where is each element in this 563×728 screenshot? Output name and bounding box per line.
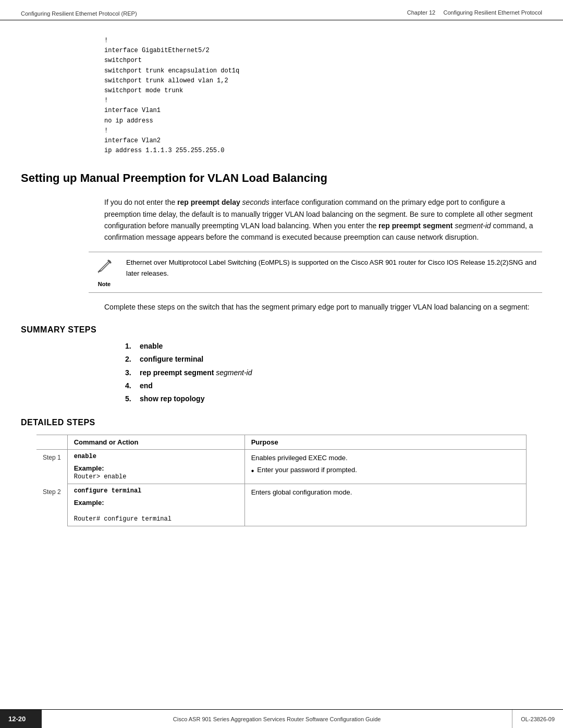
step-italic: segment-id: [216, 368, 252, 377]
detailed-steps-heading: Detailed Steps: [21, 418, 542, 427]
header-chapter: Chapter 12: [407, 9, 435, 16]
command-cell: enable Example: Router> enable: [67, 450, 244, 484]
example-code: Router> enable: [74, 473, 127, 480]
table-header-purpose: Purpose: [244, 435, 526, 450]
bullet-text: Enter your password if prompted.: [257, 466, 357, 474]
example-label: Example:: [74, 464, 238, 472]
step-num: 1.: [125, 340, 136, 353]
note-box: Note Ethernet over Multiprotocol Label S…: [89, 252, 542, 293]
step-num: 5.: [125, 392, 136, 405]
step-content: configure terminal: [140, 353, 203, 366]
step-label: Step 1: [36, 450, 67, 484]
code-block: ! interface GigabitEthernet5/2 switchpor…: [104, 36, 542, 156]
bullet-dot: •: [251, 466, 254, 477]
bullet-item: • Enter your password if prompted.: [251, 466, 520, 477]
bold-text-2: rep preempt segment: [378, 221, 452, 230]
list-item: 1. enable: [125, 340, 542, 353]
command-text: configure terminal: [74, 487, 238, 495]
footer-page-number: 12-20: [0, 710, 42, 728]
footer-center-text: Cisco ASR 901 Series Aggregation Service…: [42, 710, 512, 728]
purpose-cell: Enters global configuration mode.: [244, 484, 526, 526]
main-content: ! interface GigabitEthernet5/2 switchpor…: [0, 20, 563, 568]
summary-steps-heading: Summary Steps: [21, 325, 542, 335]
header-left-section: Configuring Resilient Ethernet Protocol …: [21, 10, 137, 17]
step-content: end: [140, 379, 153, 392]
detailed-steps-table: Command or Action Purpose Step 1 enable …: [36, 435, 527, 526]
note-icon-area: Note: [89, 257, 120, 287]
step-content: show rep topology: [140, 392, 204, 405]
page-footer: 12-20 Cisco ASR 901 Series Aggregation S…: [0, 709, 563, 728]
header-chapter-title: Configuring Resilient Ethernet Protocol: [443, 9, 542, 16]
svg-line-0: [98, 272, 99, 273]
section-heading: Setting up Manual Preemption for VLAN Lo…: [21, 171, 542, 187]
note-text: Ethernet over Multiprotocol Label Switch…: [126, 257, 542, 279]
summary-steps-list: 1. enable 2. configure terminal 3. rep p…: [125, 340, 542, 405]
footer-right-text: OL-23826-09: [512, 710, 563, 728]
command-cell: configure terminal Example: Router# conf…: [67, 484, 244, 526]
step-content: rep preempt segment segment-id: [140, 366, 252, 379]
step-label: Step 2: [36, 484, 67, 526]
purpose-cell: Enables privileged EXEC mode. • Enter yo…: [244, 450, 526, 484]
list-item: 3. rep preempt segment segment-id: [125, 366, 542, 379]
header-left: Configuring Resilient Ethernet Protocol …: [21, 9, 137, 17]
purpose-text: Enables privileged EXEC mode.: [251, 453, 520, 464]
list-item: 2. configure terminal: [125, 353, 542, 366]
table-row: Step 2 configure terminal Example: Route…: [36, 484, 527, 526]
list-item: 4. end: [125, 379, 542, 392]
step-num: 3.: [125, 366, 136, 379]
command-text: enable: [74, 453, 238, 460]
purpose-text: Enters global configuration mode.: [251, 487, 520, 498]
note-label: Note: [98, 281, 111, 287]
table-header-command: Command or Action: [67, 435, 244, 450]
table-header-step: [36, 435, 67, 450]
intro-paragraph: If you do not enter the rep preempt dela…: [104, 196, 542, 243]
note-pencil-icon: [95, 257, 114, 279]
header-right: Chapter 12 Configuring Resilient Etherne…: [407, 9, 542, 16]
step-num: 2.: [125, 353, 136, 366]
example-code: Router# configure terminal: [74, 515, 172, 523]
list-item: 5. show rep topology: [125, 392, 542, 405]
bold-text-1: rep preempt delay: [177, 198, 240, 206]
page-header: Configuring Resilient Ethernet Protocol …: [0, 0, 563, 20]
step-num: 4.: [125, 379, 136, 392]
complete-text: Complete these steps on the switch that …: [104, 301, 542, 313]
step-content: enable: [140, 340, 163, 353]
example-label: Example:: [74, 499, 238, 507]
table-row: Step 1 enable Example: Router> enable En…: [36, 450, 527, 484]
italic-text-2: segment-id: [455, 221, 491, 230]
italic-text-1: seconds: [242, 198, 270, 206]
